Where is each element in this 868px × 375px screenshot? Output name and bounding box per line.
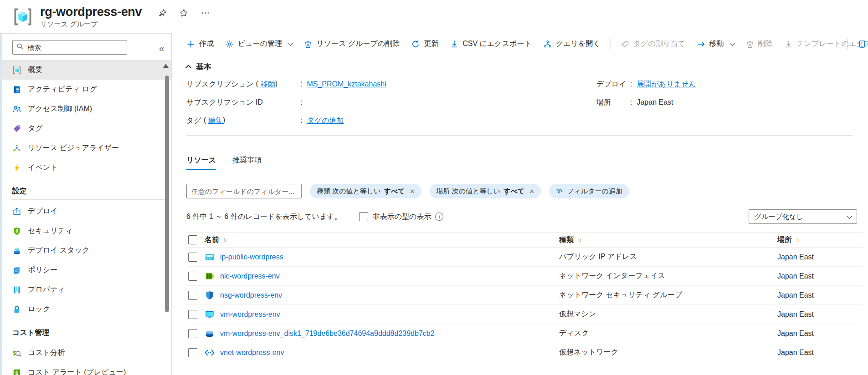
essentials-value[interactable]: タグの追加 [307,116,344,126]
resource-group-icon [12,6,33,27]
toolbar-button[interactable]: 更新 [406,36,444,52]
access-control-icon [12,105,21,114]
sidebar-item-label: 概要 [28,65,42,75]
essentials-header[interactable]: 基本 [186,60,853,73]
tag-icon [12,124,21,133]
add-filter-button[interactable]: フィルターの追加 [549,184,629,198]
sidebar-search-box[interactable] [12,40,127,55]
sidebar-item-label: ポリシー [28,265,57,275]
scrollbar-up-arrow-icon[interactable] [163,64,169,68]
sidebar-item-label: コスト アラート (プレビュー) [28,368,126,375]
public-ip-icon [205,252,220,262]
toolbar-button-label: CSV にエクスポート [462,39,532,49]
row-checkbox[interactable] [188,253,197,262]
filter-pill-value: すべて [384,187,405,196]
group-by-dropdown[interactable]: グループ化なし [749,209,857,224]
row-checkbox-cell [186,253,205,262]
more-options-icon[interactable] [201,9,210,17]
table-row[interactable]: vm-wordpress-env_disk1_719de6be36d74694a… [186,324,863,343]
toolbar-button[interactable]: ビューの管理 [220,36,298,52]
resource-visualizer-icon [12,144,21,153]
sidebar-item-events[interactable]: イベント [0,158,171,177]
toolbar-button[interactable]: 削除 [740,36,779,52]
sidebar-item-locks[interactable]: ロック [0,299,171,319]
select-all-checkbox[interactable] [188,235,197,244]
pin-icon[interactable] [158,9,167,17]
resource-name-cell: vnet-wordpress-env [220,349,559,357]
column-header-type[interactable]: 種類 ↑↓ [559,235,777,245]
table-row[interactable]: ip-public-wordpressパブリック IP アドレスJapan Ea… [186,248,863,267]
toolbar-button[interactable]: 移動 [691,36,740,52]
resource-name-link[interactable]: ip-public-wordpress [220,253,283,261]
sidebar-item-access-control[interactable]: アクセス制御 (IAM) [0,99,171,119]
column-header-name[interactable]: 名前 ↑↓ [205,235,559,245]
essentials-label-link[interactable]: 移動 [261,80,275,89]
essentials-grid: サブスクリプション(移動):MS_PROM_kztakahashiサブスクリプシ… [186,75,853,130]
essentials-row: サブスクリプション(移動):MS_PROM_kztakahashi [186,75,596,93]
search-input[interactable] [27,44,123,51]
essentials-label: 場所 [596,98,630,107]
resource-name-link[interactable]: nsg-wordpress-env [220,291,282,299]
close-icon[interactable]: × [529,188,534,195]
resource-name-link[interactable]: vnet-wordpress-env [220,349,284,357]
sidebar-collapse-button[interactable]: « [159,44,164,53]
sidebar-item-tag[interactable]: タグ [0,119,171,138]
resource-name-link[interactable]: nic-wordpress-env [220,272,280,280]
essentials-label: サブスクリプション(移動) [186,80,300,89]
sidebar-item-resource-visualizer[interactable]: リソース ビジュアライザー [0,138,171,158]
table-row[interactable]: vnet-wordpress-env仮想ネットワークJapan East [186,343,863,362]
column-header-location[interactable]: 場所 ↑↓ [777,235,863,245]
sidebar-item-label: ロック [28,304,50,314]
sidebar-item-deployments[interactable]: デプロイ [0,202,171,221]
row-checkbox[interactable] [188,348,197,357]
table-row[interactable]: nic-wordpress-envネットワーク インターフェイスJapan Ea… [186,267,863,286]
resource-name-link[interactable]: vm-wordpress-env_disk1_719de6be36d74694a… [220,329,435,338]
chevron-down-icon [847,213,852,218]
toolbar-button[interactable]: CSV にエクスポート [444,36,538,52]
sidebar-section-header: 設定 [0,184,171,198]
sidebar-menu: 概要アクティビティ ログアクセス制御 (IAM)タグリソース ビジュアライザーイ… [0,57,171,375]
essentials-label: タグ(編集) [186,116,300,126]
toolbar-button[interactable]: リソース グループの削除 [298,36,406,52]
toolbar-button[interactable] [852,36,868,52]
sidebar-item-cost-alerts[interactable]: $コスト アラート (プレビュー) [0,363,171,375]
row-checkbox[interactable] [188,329,197,338]
header-actions [158,9,210,17]
essentials-label-link[interactable]: 編集 [208,116,223,126]
sidebar-item-overview[interactable]: 概要 [0,60,171,80]
essentials-label-text: デプロイ [596,80,627,89]
chevron-down-icon [729,41,734,46]
show-hidden-types: 非表示の型の表示 [359,212,431,222]
filter-pill[interactable]: 種類 次の値と等しいすべて× [310,184,421,198]
info-icon[interactable]: i [435,213,443,221]
sidebar-item-deployment-stacks[interactable]: デプロイ スタック [0,241,171,260]
toolbar-button[interactable]: タグの割り当て [615,36,691,52]
resource-name-link[interactable]: vm-wordpress-env [220,310,280,319]
filter-pill[interactable]: 場所 次の値と等しいすべて× [430,184,541,198]
tab-resources[interactable]: リソース [186,156,216,170]
resource-location-cell: Japan East [777,253,863,261]
toolbar-button[interactable]: クエリを開く [538,36,606,52]
activity-log-icon [12,85,21,94]
sidebar-item-policy[interactable]: ポリシー [0,260,171,280]
row-checkbox[interactable] [188,310,197,319]
sidebar-scrollbar[interactable] [165,76,169,312]
table-row[interactable]: vm-wordpress-env仮想マシンJapan East [186,305,863,324]
essentials-value[interactable]: 展開がありません [637,80,696,89]
sidebar-item-activity-log[interactable]: アクティビティ ログ [0,80,171,99]
row-checkbox[interactable] [188,272,197,281]
favorite-star-icon[interactable] [180,9,188,17]
filter-pill-text: 種類 次の値と等しい [317,187,381,196]
sidebar-search-row [0,34,171,57]
sidebar-item-security[interactable]: セキュリティ [0,221,171,241]
filter-input[interactable] [186,184,302,198]
essentials-value[interactable]: MS_PROM_kztakahashi [307,80,386,88]
sidebar-item-properties[interactable]: プロパティ [0,280,171,299]
table-row[interactable]: nsg-wordpress-envネットワーク セキュリティ グループJapan… [186,286,863,305]
toolbar-button[interactable]: 作成 [181,36,220,52]
hidden-types-checkbox[interactable] [359,212,368,221]
sidebar-item-cost-analysis[interactable]: $コスト分析 [0,343,171,363]
row-checkbox[interactable] [188,291,197,300]
tab-recommendations[interactable]: 推奨事項 [232,156,262,170]
close-icon[interactable]: × [410,188,415,195]
